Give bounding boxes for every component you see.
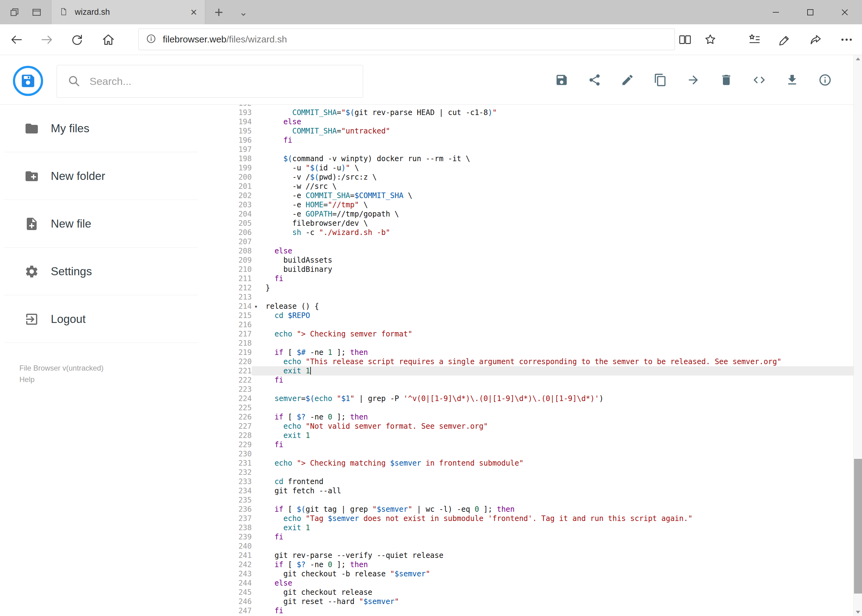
code-text[interactable]: fi: [266, 136, 853, 145]
code-line[interactable]: 235: [198, 495, 853, 504]
code-text[interactable]: git rev-parse --verify --quiet release: [266, 551, 853, 560]
code-line[interactable]: 192: [198, 105, 853, 108]
fold-marker-icon[interactable]: ▾: [252, 302, 266, 311]
code-line[interactable]: 246 git reset --hard "$semver": [198, 597, 853, 606]
code-line[interactable]: 198 $(command -v winpty) docker run --rm…: [198, 154, 853, 163]
code-text[interactable]: -w //src \: [266, 182, 853, 191]
favorite-star-icon[interactable]: [703, 33, 717, 47]
code-line[interactable]: 230: [198, 449, 853, 459]
code-text[interactable]: -v /$(pwd):/src:z \: [266, 173, 853, 182]
code-line[interactable]: 225: [198, 403, 853, 412]
code-text[interactable]: if [ $? -ne 0 ]; then: [266, 412, 853, 422]
code-text[interactable]: [266, 385, 853, 394]
code-text[interactable]: [266, 105, 853, 108]
sidebar-item-new-file[interactable]: New file: [0, 200, 198, 248]
code-line[interactable]: 195 COMMIT_SHA="untracked": [198, 126, 853, 136]
code-line[interactable]: 232: [198, 468, 853, 477]
code-text[interactable]: -u "$(id -u)" \: [266, 163, 853, 173]
copy-icon[interactable]: [654, 73, 667, 87]
code-line[interactable]: 226 if [ $? -ne 0 ]; then: [198, 412, 853, 422]
code-line[interactable]: 218: [198, 339, 853, 348]
code-text[interactable]: [266, 145, 853, 154]
code-text[interactable]: exit 1: [266, 366, 853, 376]
code-text[interactable]: COMMIT_SHA="untracked": [266, 126, 853, 136]
set-aside-tabs-icon[interactable]: [9, 7, 20, 17]
edit-icon[interactable]: [621, 73, 634, 87]
delete-icon[interactable]: [720, 73, 733, 87]
page-info-icon[interactable]: [145, 33, 157, 46]
web-note-icon[interactable]: [778, 33, 792, 47]
code-text[interactable]: [266, 320, 853, 329]
code-line[interactable]: 202 -e COMMIT_SHA=$COMMIT_SHA \: [198, 191, 853, 200]
code-text[interactable]: git fetch --all: [266, 486, 853, 495]
sidebar-item-logout[interactable]: Logout: [0, 295, 198, 343]
code-text[interactable]: [266, 339, 853, 348]
maximize-button[interactable]: [793, 0, 827, 24]
code-line[interactable]: 220 echo "This release script requires a…: [198, 357, 853, 366]
code-line[interactable]: 199 -u "$(id -u)" \: [198, 163, 853, 173]
scrollbar-thumb[interactable]: [854, 459, 862, 594]
code-line[interactable]: 242 if [ $? -ne 0 ]; then: [198, 560, 853, 569]
code-text[interactable]: [266, 468, 853, 477]
code-text[interactable]: if [ $? -ne 0 ]; then: [266, 560, 853, 569]
tabs-window-icon[interactable]: [32, 7, 42, 17]
code-text[interactable]: [266, 237, 853, 246]
code-text[interactable]: cd $REPO: [266, 311, 853, 320]
code-text[interactable]: echo "> Checking semver format": [266, 329, 853, 339]
code-line[interactable]: 236 if [ $(git tag | grep "$semver" | wc…: [198, 504, 853, 514]
code-line[interactable]: 193 COMMIT_SHA="$(git rev-parse HEAD | c…: [198, 108, 853, 117]
code-text[interactable]: fi: [266, 606, 853, 615]
code-line[interactable]: 237 echo "Tag $semver does not exist in …: [198, 514, 853, 523]
code-line[interactable]: 212}: [198, 283, 853, 292]
move-icon[interactable]: [687, 73, 700, 87]
code-text[interactable]: echo "> Checking matching $semver in fro…: [266, 459, 853, 468]
code-text[interactable]: if [ $# -ne 1 ]; then: [266, 348, 853, 357]
code-text[interactable]: else: [266, 578, 853, 588]
code-line[interactable]: 241 git rev-parse --verify --quiet relea…: [198, 551, 853, 560]
scrollbar[interactable]: [853, 55, 862, 616]
code-text[interactable]: sh -c "./wizard.sh -b": [266, 228, 853, 237]
code-line[interactable]: 227 echo "Not valid semver format. See s…: [198, 422, 853, 431]
code-text[interactable]: git checkout release: [266, 588, 853, 597]
code-line[interactable]: 221 exit 1: [198, 366, 853, 376]
close-window-button[interactable]: [827, 0, 862, 24]
code-text[interactable]: else: [266, 246, 853, 256]
code-line[interactable]: 231 echo "> Checking matching $semver in…: [198, 459, 853, 468]
code-text[interactable]: COMMIT_SHA="$(git rev-parse HEAD | cut -…: [266, 108, 853, 117]
code-line[interactable]: 228 exit 1: [198, 431, 853, 440]
code-line[interactable]: 224 semver=$(echo "$1" | grep -P '^v(0|[…: [198, 394, 853, 403]
code-line[interactable]: 215 cd $REPO: [198, 311, 853, 320]
code-text[interactable]: fi: [266, 532, 853, 542]
code-line[interactable]: 213: [198, 292, 853, 302]
browser-tab[interactable]: wizard.sh ×: [51, 0, 205, 24]
code-line[interactable]: 197: [198, 145, 853, 154]
save-icon[interactable]: [555, 73, 569, 87]
code-text[interactable]: [266, 403, 853, 412]
code-text[interactable]: echo "Not valid semver format. See semve…: [266, 422, 853, 431]
code-text[interactable]: else: [266, 117, 853, 126]
code-line[interactable]: 209 buildAssets: [198, 256, 853, 265]
code-text[interactable]: -e HOME="//tmp" \: [266, 200, 853, 209]
tab-list-chevron-icon[interactable]: ⌄: [232, 0, 255, 24]
code-line[interactable]: 201 -w //src \: [198, 182, 853, 191]
code-text[interactable]: $(command -v winpty) docker run --rm -it…: [266, 154, 853, 163]
code-line[interactable]: 238 exit 1: [198, 523, 853, 532]
code-line[interactable]: 217 echo "> Checking semver format": [198, 329, 853, 339]
minimize-button[interactable]: [759, 0, 793, 24]
code-line[interactable]: 245 git checkout release: [198, 588, 853, 597]
code-line[interactable]: 222 fi: [198, 376, 853, 385]
code-line[interactable]: 194 else: [198, 117, 853, 126]
code-icon[interactable]: [752, 73, 766, 87]
code-line[interactable]: 203 -e HOME="//tmp" \: [198, 200, 853, 209]
home-icon[interactable]: [101, 33, 115, 47]
scroll-down-icon[interactable]: [856, 611, 860, 614]
info-icon[interactable]: [818, 73, 832, 87]
code-line[interactable]: 244 else: [198, 578, 853, 588]
refresh-icon[interactable]: [70, 33, 84, 47]
reading-view-icon[interactable]: [678, 33, 692, 47]
code-line[interactable]: 219 if [ $# -ne 1 ]; then: [198, 348, 853, 357]
filebrowser-logo[interactable]: [13, 66, 43, 96]
sidebar-item-my-files[interactable]: My files: [0, 105, 198, 152]
code-text[interactable]: fi: [266, 376, 853, 385]
code-text[interactable]: semver=$(echo "$1" | grep -P '^v(0|[1-9]…: [266, 394, 853, 403]
